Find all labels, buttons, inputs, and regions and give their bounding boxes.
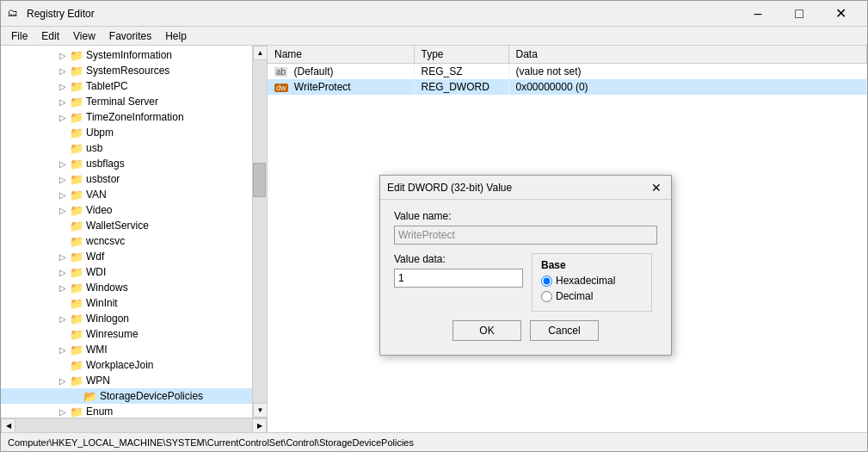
tree-item-wmi[interactable]: ▷ 📁 WMI	[1, 342, 252, 357]
tree-label: WMI	[86, 344, 108, 356]
folder-icon: 📁	[70, 251, 83, 263]
menu-favorites[interactable]: Favorites	[102, 28, 158, 44]
table-row[interactable]: dw WriteProtect REG_DWORD 0x00000000 (0)	[268, 79, 867, 95]
tree-label: Ubpm	[86, 127, 114, 139]
main-area: ▷ 📁 SystemInformation ▷ 📁 SystemResource…	[1, 46, 867, 432]
status-path: Computer\HKEY_LOCAL_MACHINE\SYSTEM\Curre…	[8, 437, 414, 448]
menu-view[interactable]: View	[66, 28, 102, 44]
folder-icon: 📁	[70, 375, 83, 387]
hexadecimal-radio[interactable]	[541, 276, 552, 287]
h-scroll-track[interactable]	[15, 418, 252, 432]
value-name-input[interactable]	[394, 226, 657, 245]
tree-item-workplacejoin[interactable]: 📁 WorkplaceJoin	[1, 357, 252, 373]
menu-edit[interactable]: Edit	[34, 28, 66, 44]
tree-item-usbstor[interactable]: ▷ 📁 usbstor	[1, 171, 252, 187]
scroll-left-button[interactable]: ◀	[1, 418, 15, 433]
tree-item-usb[interactable]: 📁 usb	[1, 140, 252, 156]
tree-label: wcncsvc	[86, 235, 125, 247]
expand-arrow	[56, 237, 70, 246]
tree-item-usbflags[interactable]: ▷ 📁 usbflags	[1, 156, 252, 171]
tree-item-walletservice[interactable]: 📁 WalletService	[1, 218, 252, 233]
expand-arrow: ▷	[56, 51, 70, 60]
tree-item-systemresources[interactable]: ▷ 📁 SystemResources	[1, 63, 252, 78]
menu-help[interactable]: Help	[158, 28, 194, 44]
reg-icon-ab: ab	[274, 67, 287, 77]
table-row[interactable]: ab (Default) REG_SZ (value not set)	[268, 63, 867, 79]
expand-arrow: ▷	[56, 82, 70, 91]
tree-item-video[interactable]: ▷ 📁 Video	[1, 202, 252, 218]
scroll-right-button[interactable]: ▶	[252, 418, 267, 433]
tree-item-van[interactable]: ▷ 📁 VAN	[1, 187, 252, 202]
folder-icon: 📁	[70, 80, 83, 93]
scroll-down-button[interactable]: ▼	[253, 403, 267, 418]
tree-label: TimeZoneInformation	[86, 111, 184, 123]
table-header-row: Name Type Data	[268, 46, 867, 63]
scroll-up-button[interactable]: ▲	[253, 46, 267, 60]
expand-arrow	[56, 221, 70, 231]
expand-arrow	[56, 144, 70, 153]
expand-arrow	[56, 128, 70, 138]
tree-label: Winresume	[86, 328, 139, 340]
expand-arrow: ▷	[56, 407, 70, 417]
tree-item-storagedevicepolicies[interactable]: 📂 StorageDevicePolicies	[1, 388, 252, 404]
decimal-radio[interactable]	[541, 291, 552, 302]
expand-arrow: ▷	[56, 175, 70, 184]
title-bar: 🗂 Registry Editor – □ ✕	[1, 1, 867, 27]
tree-item-wpn[interactable]: ▷ 📁 WPN	[1, 373, 252, 388]
left-panel: ▷ 📁 SystemInformation ▷ 📁 SystemResource…	[1, 46, 268, 432]
tree-label: WorkplaceJoin	[86, 359, 153, 371]
tree-item-systeminformation[interactable]: ▷ 📁 SystemInformation	[1, 47, 252, 63]
expand-arrow: ▷	[56, 283, 70, 293]
tree-wrap: ▷ 📁 SystemInformation ▷ 📁 SystemResource…	[1, 46, 267, 418]
tree-item-ubpm[interactable]: 📁 Ubpm	[1, 125, 252, 140]
tree-item-winresume[interactable]: 📁 Winresume	[1, 326, 252, 342]
folder-icon: 📁	[70, 127, 83, 139]
hexadecimal-label: Hexadecimal	[556, 275, 615, 287]
tree-item-timezoneinfo[interactable]: ▷ 📁 TimeZoneInformation	[1, 109, 252, 125]
folder-icon: 📁	[70, 359, 83, 372]
tree-item-terminalserver[interactable]: ▷ 📁 Terminal Server	[1, 94, 252, 109]
folder-icon: 📁	[70, 282, 83, 294]
col-data: Data	[508, 46, 867, 63]
base-group: Base Hexadecimal Decimal	[532, 253, 652, 312]
dec-radio-row: Decimal	[541, 290, 643, 302]
value-name-label: Value name:	[394, 210, 657, 222]
ok-button[interactable]: OK	[452, 320, 521, 341]
row-data: (value not set)	[508, 63, 867, 79]
status-bar: Computer\HKEY_LOCAL_MACHINE\SYSTEM\Curre…	[1, 432, 867, 451]
scroll-thumb[interactable]	[253, 163, 266, 197]
tree-label: WDI	[86, 266, 106, 278]
maximize-button[interactable]: □	[779, 1, 819, 27]
tree-item-wdf[interactable]: ▷ 📁 Wdf	[1, 249, 252, 264]
expand-arrow: ▷	[56, 345, 70, 355]
cancel-button[interactable]: Cancel	[530, 320, 599, 341]
value-data-input[interactable]	[394, 269, 523, 288]
tree-item-windows[interactable]: ▷ 📁 Windows	[1, 280, 252, 295]
tree-label: Winlogon	[86, 313, 129, 325]
tree-item-wcncsvc[interactable]: 📁 wcncsvc	[1, 233, 252, 249]
tree-label: StorageDevicePolicies	[100, 390, 203, 402]
menu-file[interactable]: File	[4, 28, 34, 44]
folder-icon: 📁	[70, 158, 83, 170]
tree-vertical-scrollbar[interactable]: ▲ ▼	[252, 46, 267, 418]
tree-item-tabletpc[interactable]: ▷ 📁 TabletPC	[1, 78, 252, 94]
folder-icon: 📁	[70, 204, 83, 217]
scroll-track[interactable]	[253, 60, 267, 403]
close-button[interactable]: ✕	[821, 1, 860, 27]
expand-arrow: ▷	[56, 206, 70, 215]
row-type: REG_SZ	[414, 63, 508, 79]
tree-item-wininit[interactable]: 📁 WinInit	[1, 295, 252, 311]
dialog-close-button[interactable]: ✕	[649, 180, 664, 195]
tree-label: usbflags	[86, 158, 125, 170]
minimize-button[interactable]: –	[738, 1, 778, 27]
tree-item-wdi[interactable]: ▷ 📁 WDI	[1, 264, 252, 280]
col-type: Type	[414, 46, 508, 63]
tree-item-winlogon[interactable]: ▷ 📁 Winlogon	[1, 311, 252, 326]
registry-editor-window: 🗂 Registry Editor – □ ✕ File Edit View F…	[0, 0, 868, 452]
tree-item-enum[interactable]: ▷ 📁 Enum	[1, 404, 252, 418]
hex-radio-row: Hexadecimal	[541, 275, 643, 287]
folder-icon: 📁	[70, 344, 83, 356]
tree-horizontal-scrollbar[interactable]: ◀ ▶	[1, 418, 267, 432]
expand-arrow: ▷	[56, 314, 70, 324]
tree-label: Terminal Server	[86, 96, 158, 108]
